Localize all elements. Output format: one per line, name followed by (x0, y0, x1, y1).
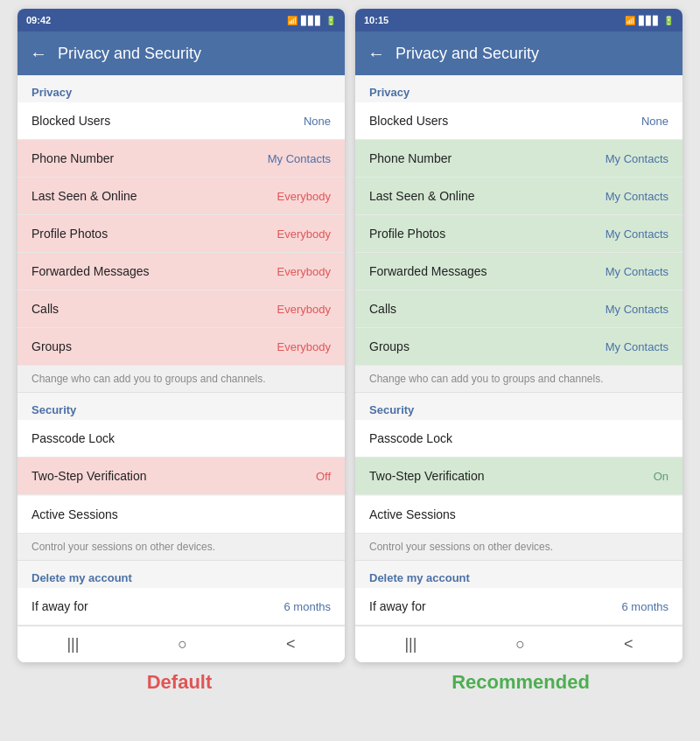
last-seen-label-right: Last Seen & Online (369, 189, 475, 203)
passcode-lock-label-right: Passcode Lock (369, 431, 452, 445)
phone-number-label-right: Phone Number (369, 151, 452, 165)
two-step-left[interactable]: Two-Step Verification Off (18, 458, 345, 495)
battery-icon: 🔋 (326, 16, 336, 25)
last-seen-right[interactable]: Last Seen & Online My Contacts (355, 178, 682, 215)
header-title-right: Privacy and Security (396, 45, 539, 63)
calls-value-left: Everybody (277, 303, 331, 316)
last-seen-label-left: Last Seen & Online (32, 189, 137, 203)
forwarded-messages-label-right: Forwarded Messages (369, 264, 487, 278)
forwarded-messages-value-left: Everybody (277, 265, 331, 278)
if-away-label-left: If away for (32, 599, 88, 613)
phone-number-value-right: My Contacts (606, 152, 668, 165)
sessions-hint-left: Control your sessions on other devices. (18, 534, 345, 561)
if-away-right[interactable]: If away for 6 months (355, 588, 682, 626)
section-label-security-left: Security (18, 393, 345, 420)
wifi-icon-right: 📶 (625, 16, 635, 25)
calls-value-right: My Contacts (606, 303, 668, 316)
section-label-privacy-left: Privacy (18, 75, 345, 102)
active-sessions-label-left: Active Sessions (32, 507, 118, 521)
header-title-left: Privacy and Security (58, 45, 201, 63)
nav-menu-icon-right[interactable]: ||| (404, 635, 416, 654)
signal-icon: ▊▊▊ (301, 16, 322, 25)
back-button-right[interactable]: ← (368, 44, 385, 64)
status-bar-left: 09:42 📶 ▊▊▊ 🔋 (18, 9, 345, 31)
two-step-right[interactable]: Two-Step Verification On (355, 458, 682, 495)
two-step-value-right: On (654, 470, 668, 483)
blocked-users-right[interactable]: Blocked Users None (355, 102, 682, 140)
groups-left[interactable]: Groups Everybody (18, 328, 345, 366)
back-button-left[interactable]: ← (30, 44, 47, 64)
calls-label-left: Calls (32, 302, 59, 316)
battery-icon-right: 🔋 (663, 16, 674, 25)
section-label-security-right: Security (355, 393, 682, 420)
status-icons-right: 📶 ▊▊▊ 🔋 (625, 16, 674, 25)
passcode-lock-left[interactable]: Passcode Lock (18, 420, 345, 458)
nav-home-icon-right[interactable]: ○ (515, 635, 525, 654)
groups-right[interactable]: Groups My Contacts (355, 328, 682, 366)
profile-photos-right[interactable]: Profile Photos My Contacts (355, 215, 682, 253)
section-label-privacy-right: Privacy (355, 75, 682, 102)
time-right: 10:15 (364, 15, 388, 25)
passcode-lock-right[interactable]: Passcode Lock (355, 420, 682, 458)
forwarded-messages-value-right: My Contacts (606, 265, 668, 278)
phone-recommended: 10:15 📶 ▊▊▊ 🔋 ← Privacy and Security Pri… (355, 9, 682, 662)
signal-icon-right: ▊▊▊ (639, 16, 660, 25)
groups-label-right: Groups (369, 339, 410, 353)
delete-account-link-left[interactable]: Delete my account (18, 561, 345, 588)
nav-back-icon[interactable]: < (286, 635, 296, 654)
forwarded-messages-right[interactable]: Forwarded Messages My Contacts (355, 253, 682, 290)
phones-comparison: 09:42 📶 ▊▊▊ 🔋 ← Privacy and Security Pri… (9, 9, 691, 662)
phone-number-left[interactable]: Phone Number My Contacts (18, 140, 345, 178)
privacy-hint-left: Change who can add you to groups and cha… (18, 366, 345, 393)
profile-photos-left[interactable]: Profile Photos Everybody (18, 215, 345, 253)
profile-photos-label-left: Profile Photos (32, 227, 108, 241)
groups-value-right: My Contacts (606, 340, 668, 353)
phone-number-right[interactable]: Phone Number My Contacts (355, 140, 682, 178)
phone-default: 09:42 📶 ▊▊▊ 🔋 ← Privacy and Security Pri… (18, 9, 345, 662)
app-header-left: ← Privacy and Security (18, 31, 345, 75)
calls-right[interactable]: Calls My Contacts (355, 290, 682, 328)
captions-row: Default Recommended (9, 671, 691, 694)
status-icons-left: 📶 ▊▊▊ 🔋 (287, 16, 336, 25)
passcode-lock-label-left: Passcode Lock (32, 431, 115, 445)
profile-photos-value-left: Everybody (277, 227, 331, 241)
privacy-hint-right: Change who can add you to groups and cha… (355, 366, 682, 393)
if-away-value-left: 6 months (284, 600, 331, 613)
active-sessions-label-right: Active Sessions (369, 507, 456, 521)
status-bar-right: 10:15 📶 ▊▊▊ 🔋 (355, 9, 682, 31)
nav-home-icon[interactable]: ○ (178, 635, 187, 654)
calls-left[interactable]: Calls Everybody (18, 290, 345, 328)
two-step-label-left: Two-Step Verification (32, 469, 147, 483)
nav-back-icon-right[interactable]: < (624, 635, 634, 654)
delete-account-link-right[interactable]: Delete my account (355, 561, 682, 588)
app-header-right: ← Privacy and Security (355, 31, 682, 75)
blocked-users-left[interactable]: Blocked Users None (18, 102, 345, 140)
last-seen-value-right: My Contacts (606, 190, 668, 203)
if-away-label-right: If away for (369, 599, 426, 613)
groups-value-left: Everybody (277, 340, 331, 353)
active-sessions-left[interactable]: Active Sessions (18, 496, 345, 534)
time-left: 09:42 (26, 15, 51, 25)
blocked-users-value-right: None (641, 115, 668, 128)
bottom-nav-right: ||| ○ < (355, 626, 682, 662)
if-away-left[interactable]: If away for 6 months (18, 588, 345, 626)
two-step-value-left: Off (316, 470, 331, 483)
forwarded-messages-left[interactable]: Forwarded Messages Everybody (18, 253, 345, 290)
active-sessions-right[interactable]: Active Sessions (355, 496, 682, 534)
last-seen-left[interactable]: Last Seen & Online Everybody (18, 178, 345, 215)
profile-photos-label-right: Profile Photos (369, 227, 445, 241)
forwarded-messages-label-left: Forwarded Messages (32, 264, 150, 278)
calls-label-right: Calls (369, 302, 396, 316)
groups-label-left: Groups (32, 339, 72, 353)
if-away-value-right: 6 months (622, 600, 668, 613)
phone-number-label-left: Phone Number (32, 151, 114, 165)
blocked-users-label-left: Blocked Users (32, 114, 110, 128)
content-right: Privacy Blocked Users None Phone Number … (355, 75, 682, 626)
bottom-nav-left: ||| ○ < (18, 626, 345, 662)
phone-number-value-left: My Contacts (268, 152, 331, 165)
blocked-users-label-right: Blocked Users (369, 114, 448, 128)
profile-photos-value-right: My Contacts (606, 227, 668, 241)
wifi-icon: 📶 (287, 16, 298, 25)
caption-recommended: Recommended (357, 671, 684, 694)
nav-menu-icon[interactable]: ||| (66, 635, 79, 654)
